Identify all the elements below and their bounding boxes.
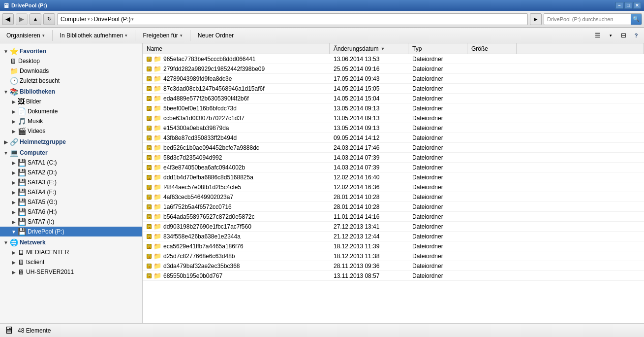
heimnetz-expand-icon[interactable]: ▶ — [2, 138, 10, 146]
sidebar-item-desktop[interactable]: 🖥 Desktop — [0, 56, 142, 66]
address-segment-drivepool[interactable]: DrivePool (P:) ▾ — [94, 16, 134, 23]
sidebar-section-bibliotheken[interactable]: ▼ 📚 Bibliotheken — [0, 86, 142, 97]
sidebar-item-sata2[interactable]: ▶ 💾 SATA2 (D:) — [0, 168, 142, 177]
sidebar-item-recent[interactable]: 🕐 Zuletzt besucht — [0, 76, 142, 86]
sata2-expand-icon[interactable]: ▶ — [10, 168, 18, 176]
drivepool-expand-icon[interactable]: ▼ — [10, 228, 18, 236]
videos-expand-icon[interactable]: ▶ — [10, 127, 18, 135]
table-row[interactable]: 🔒 📁 834f558e426ba638e1e2344a 21.12.2013 … — [143, 232, 644, 241]
sidebar-item-sata1[interactable]: ▶ 💾 SATA1 (C:) — [0, 158, 142, 168]
address-dropdown-computer[interactable]: ▾ — [88, 17, 90, 22]
minimize-button[interactable]: – — [615, 2, 623, 9]
close-button[interactable]: ✕ — [633, 2, 641, 9]
table-row[interactable]: 🔒 📁 eda4889e577f2b6305390f4f2b6f 14.05.2… — [143, 94, 644, 103]
table-row[interactable]: 🔒 📁 58d3c7d2354094d992 14.03.2014 07:39 … — [143, 153, 644, 163]
folder-icon: 📁 — [153, 262, 161, 270]
sidebar-item-videos[interactable]: ▶ 🎬 Videos — [0, 126, 142, 136]
up-button[interactable]: ▲ — [30, 13, 41, 25]
file-name: 965efac7783be45cccb8ddd066441 — [163, 56, 256, 63]
refresh-button[interactable]: ↻ — [43, 13, 55, 25]
sidebar-section-favoriten[interactable]: ▼ ⭐ Favoriten — [0, 45, 142, 56]
table-row[interactable]: 🔒 📁 b564ada558976527c872d0e5872c 11.01.2… — [143, 212, 644, 222]
preview-pane-button[interactable]: ⊟ — [617, 30, 629, 41]
netzwerk-expand-icon[interactable]: ▼ — [2, 238, 10, 246]
search-input[interactable] — [544, 16, 631, 22]
file-name-cell: 🔒 📁 43fb8e87cd350833ff2b494d — [143, 134, 330, 142]
search-go-button[interactable]: 🔍 — [631, 14, 642, 25]
table-row[interactable]: 🔒 📁 dd903198b27690e1fbc17ac7f560 27.12.2… — [143, 222, 644, 232]
back-button[interactable]: ◀ — [2, 13, 14, 25]
sidebar-item-mediacenter[interactable]: ▶ 🖥 MEDIACENTER — [0, 247, 142, 257]
sidebar-item-uhserver[interactable]: ▶ 🖥 UH-SERVER2011 — [0, 267, 142, 277]
sidebar-item-dokumente[interactable]: ▶ 📄 Dokumente — [0, 106, 142, 116]
file-type-cell: Dateiordner — [408, 164, 467, 171]
bibliotheken-expand-icon[interactable]: ▼ — [2, 88, 10, 96]
tsclient-expand-icon[interactable]: ▶ — [10, 258, 18, 266]
mediacenter-expand-icon[interactable]: ▶ — [10, 248, 18, 256]
col-header-type[interactable]: Typ — [408, 43, 467, 54]
sidebar-item-bilder[interactable]: ▶ 🖼 Bilder — [0, 97, 142, 106]
table-row[interactable]: 🔒 📁 965efac7783be45cccb8ddd066441 13.06.… — [143, 54, 644, 64]
table-row[interactable]: 🔒 📁 eca5629e41ffb7a4465a186f76 18.12.201… — [143, 241, 644, 251]
sata1-expand-icon[interactable]: ▶ — [10, 159, 18, 167]
address-go-button[interactable]: ▸ — [530, 13, 542, 25]
sata6-expand-icon[interactable]: ▶ — [10, 208, 18, 216]
address-path[interactable]: Computer ▾ › DrivePool (P:) ▾ — [57, 13, 528, 25]
table-row[interactable]: 🔒 📁 87c3dad08cb1247b4568946a1d15af6f 14.… — [143, 84, 644, 94]
forward-button[interactable]: ▶ — [16, 13, 28, 25]
sidebar-item-sata4[interactable]: ▶ 💾 SATA4 (F:) — [0, 187, 142, 197]
sata3-expand-icon[interactable]: ▶ — [10, 178, 18, 186]
sidebar-section-netzwerk[interactable]: ▼ 🌐 Netzwerk — [0, 236, 142, 247]
address-segment-computer[interactable]: Computer ▾ — [61, 16, 90, 23]
sidebar-item-downloads[interactable]: 📁 Downloads — [0, 66, 142, 76]
new-folder-button[interactable]: Neuer Ordner — [193, 29, 238, 42]
sidebar-item-sata5[interactable]: ▶ 💾 SATA5 (G:) — [0, 197, 142, 207]
sidebar-item-sata7[interactable]: ▶ 💾 SATA7 (I:) — [0, 217, 142, 227]
file-name: e4f3e874050bea6afc0944002b — [163, 164, 245, 171]
sata4-expand-icon[interactable]: ▶ — [10, 188, 18, 196]
table-row[interactable]: 🔒 📁 4af63cecb54649902023a7 28.01.2014 10… — [143, 192, 644, 202]
sidebar-item-musik[interactable]: ▶ 🎵 Musik — [0, 116, 142, 126]
file-name-cell: 🔒 📁 42789043989fd9fea8dc3e — [143, 74, 330, 83]
table-row[interactable]: 🔒 📁 e4f3e874050bea6afc0944002b 14.03.201… — [143, 163, 644, 172]
view-dropdown-button[interactable]: ▾ — [605, 30, 616, 41]
view-details-button[interactable]: ☰ — [592, 30, 604, 41]
library-button[interactable]: In Bibliothek aufnehmen ▾ — [56, 29, 132, 42]
col-header-name[interactable]: Name — [143, 43, 330, 54]
table-row[interactable]: 🔒 📁 f4844aec57e08fb1d2f5c4cfe5 12.02.201… — [143, 182, 644, 192]
musik-expand-icon[interactable]: ▶ — [10, 117, 18, 125]
col-header-size[interactable]: Größe — [467, 43, 517, 54]
sata7-expand-icon[interactable]: ▶ — [10, 218, 18, 226]
bilder-expand-icon[interactable]: ▶ — [10, 98, 18, 105]
table-row[interactable]: 🔒 📁 1a6f752b5a4f6572cc0716 28.01.2014 10… — [143, 202, 644, 212]
table-row[interactable]: 🔒 📁 d25d7c8277668e6c63d48b 18.12.2013 11… — [143, 251, 644, 261]
sidebar-section-heimnetz[interactable]: ▶ 🔗 Heimnetzgruppe — [0, 136, 142, 147]
table-row[interactable]: 🔒 📁 5beef00ef0e116b6bfcdc73d 13.05.2014 … — [143, 103, 644, 113]
col-header-date[interactable]: Änderungsdatum ▼ — [330, 43, 408, 54]
table-row[interactable]: 🔒 📁 ddd1b4d70efba6886c8d5168825a 12.02.2… — [143, 172, 644, 182]
sidebar-item-tsclient[interactable]: ▶ 🖥 tsclient — [0, 257, 142, 267]
table-row[interactable]: 🔒 📁 279fdd282a98929c19852442f398be09 25.… — [143, 64, 644, 74]
help-button[interactable]: ? — [630, 30, 642, 41]
computer-expand-icon[interactable]: ▼ — [2, 149, 10, 157]
table-row[interactable]: 🔒 📁 42789043989fd9fea8dc3e 17.05.2014 09… — [143, 74, 644, 84]
sidebar-item-sata3[interactable]: ▶ 💾 SATA3 (E:) — [0, 177, 142, 187]
share-button[interactable]: Freigeben für ▾ — [138, 29, 186, 42]
table-row[interactable]: 🔒 📁 43fb8e87cd350833ff2b494d 09.05.2014 … — [143, 133, 644, 143]
table-row[interactable]: 🔒 📁 d3da479baf32ae2ec35bc368 28.11.2013 … — [143, 261, 644, 271]
table-row[interactable]: 🔒 📁 e154300a0ebab39879da 13.05.2014 09:1… — [143, 123, 644, 133]
organize-button[interactable]: Organisieren ▾ — [2, 29, 49, 42]
sidebar-item-sata6[interactable]: ▶ 💾 SATA6 (H:) — [0, 207, 142, 217]
table-row[interactable]: 🔒 📁 685550b195e0b0d767 13.11.2013 08:57 … — [143, 271, 644, 281]
favoriten-expand-icon[interactable]: ▼ — [2, 47, 10, 55]
table-row[interactable]: 🔒 📁 bed526c1b0ae094452bcfe7a9888dc 24.03… — [143, 143, 644, 153]
maximize-button[interactable]: □ — [624, 2, 632, 9]
address-dropdown-drivepool[interactable]: ▾ — [131, 17, 134, 22]
dokumente-expand-icon[interactable]: ▶ — [10, 107, 18, 115]
sata5-expand-icon[interactable]: ▶ — [10, 198, 18, 206]
sidebar-section-computer[interactable]: ▼ 💻 Computer — [0, 147, 142, 158]
sata4-icon: 💾 — [18, 188, 26, 196]
uhserver-expand-icon[interactable]: ▶ — [10, 268, 18, 276]
sidebar-item-drivepool[interactable]: ▼ 💾 DrivePool (P:) — [0, 227, 142, 236]
table-row[interactable]: 🔒 📁 ccbe63a1d0f3f07b70227c1d37 13.05.201… — [143, 113, 644, 123]
